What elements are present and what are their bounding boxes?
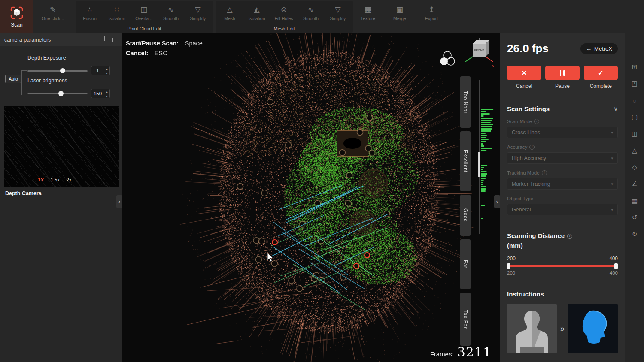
toolbar-button-mesh-simplify[interactable]: ▽ Simplify xyxy=(325,2,351,25)
camera-parameters-header: camera parameters xyxy=(0,33,122,46)
toolbar-button-fill-holes[interactable]: ⊚ Fill Holes xyxy=(270,2,297,25)
range-max-label: 400 xyxy=(609,256,618,262)
range-handle-max[interactable] xyxy=(614,263,618,269)
mesh-icon: △ xyxy=(227,6,232,13)
toolbar-group-mesh-edit: △ Mesh ◭ Isolation ⊚ Fill Holes ∿ Smooth… xyxy=(216,1,353,33)
chevron-down-icon[interactable]: ∨ xyxy=(614,106,618,112)
gauge-label: Too Near xyxy=(462,91,468,114)
toolbar-button-pc-smooth[interactable]: ∿ Smooth xyxy=(158,2,184,25)
export-label: Export xyxy=(425,16,438,21)
scanning-distance-slider[interactable] xyxy=(507,263,618,269)
depth-exposure-value[interactable]: 1 xyxy=(91,68,104,73)
tab-scan[interactable]: Scan xyxy=(0,0,33,33)
step-down-icon[interactable]: ▾ xyxy=(104,71,109,75)
zoom-1x-button[interactable]: 1x xyxy=(38,177,44,183)
cancel-scan-button[interactable]: × xyxy=(507,66,541,80)
lasso-select-icon[interactable]: ◌ xyxy=(629,94,641,106)
color-trackball-icon[interactable] xyxy=(438,50,457,68)
grid-toggle-icon[interactable]: ▦ xyxy=(629,195,641,207)
scan-mode-value: Cross Lines xyxy=(512,130,540,136)
split-view-icon[interactable]: ◫ xyxy=(629,128,641,140)
toolbar-button-texture[interactable]: ▦ Texture xyxy=(355,2,381,25)
info-icon[interactable] xyxy=(567,234,572,239)
gauge-segment-too-near: Too Near xyxy=(460,76,471,128)
zoom-1-5x-button[interactable]: 1.5x xyxy=(51,177,60,182)
simplify-icon: ▽ xyxy=(195,6,200,13)
depth-exposure-slider-knob[interactable] xyxy=(60,68,65,73)
toolbar-button-pc-simplify[interactable]: ▽ Simplify xyxy=(185,2,211,25)
scanned-head-illustration xyxy=(568,304,618,353)
step-up-icon[interactable]: ▴ xyxy=(104,66,109,71)
tracking-mode-select[interactable]: Marker Tracking ▾ xyxy=(507,178,618,190)
step-down-icon[interactable]: ▾ xyxy=(104,94,109,98)
crop-icon[interactable]: ◰ xyxy=(629,78,641,90)
gauge-segment-far: Far xyxy=(460,239,471,289)
statue-illustration xyxy=(507,304,557,353)
hint-cancel-value: ESC xyxy=(155,50,167,57)
toolbar-button-overlap[interactable]: ◫ Overla... xyxy=(131,2,157,25)
measure-angle-icon[interactable]: ∠ xyxy=(629,178,641,190)
accuracy-select[interactable]: High Accuracy ▾ xyxy=(507,152,618,164)
rect-select-icon[interactable]: ▢ xyxy=(629,111,641,123)
toolbar-button-merge[interactable]: ▣ Merge xyxy=(386,2,413,25)
laser-brightness-value-field[interactable]: 150 ▴ ▾ xyxy=(91,89,110,98)
mesh-view-icon[interactable]: △ xyxy=(629,145,641,157)
toolbar-button-mesh[interactable]: △ Mesh xyxy=(216,2,243,25)
scanning-distance-title: Scanning Distance (mm) xyxy=(507,231,618,250)
group-label-mesh-edit: Mesh Edit xyxy=(216,26,353,31)
auto-exposure-button[interactable]: Auto xyxy=(5,75,21,83)
scan-mode-select[interactable]: Cross Lines ▾ xyxy=(507,127,618,138)
redo-icon[interactable]: ↻ xyxy=(629,228,641,240)
group-label-point-cloud-edit: Point Cloud Edit xyxy=(76,26,213,31)
slider-track xyxy=(27,70,88,72)
depth-exposure-value-field[interactable]: 1 ▴ ▾ xyxy=(91,66,110,75)
toolbar-button-pc-isolation[interactable]: ∷ Isolation xyxy=(103,2,130,25)
info-icon[interactable] xyxy=(529,145,535,150)
toolbar-button-mesh-isolation[interactable]: ◭ Isolation xyxy=(243,2,270,25)
laser-brightness-slider[interactable] xyxy=(27,90,88,97)
range-top-labels: 200 400 xyxy=(507,256,618,262)
view-cube[interactable]: FRONT x xyxy=(463,37,495,71)
gauge-label: Excellent xyxy=(462,150,468,172)
toolbar-button-mesh-smooth[interactable]: ∿ Smooth xyxy=(298,2,324,25)
object-type-select[interactable]: General ▾ xyxy=(507,204,618,215)
tab-scan-label: Scan xyxy=(11,22,22,28)
range-bottom-labels: 200 400 xyxy=(507,270,618,275)
dock-window-icon[interactable] xyxy=(112,38,118,42)
undo-icon[interactable]: ↺ xyxy=(629,211,641,223)
gauge-segment-excellent: Excellent xyxy=(460,131,471,191)
merge-label: Merge xyxy=(393,16,406,21)
one-click-icon: ✎ xyxy=(50,6,56,13)
gauge-label: Too Far xyxy=(462,310,468,329)
complete-scan-button[interactable]: ✓ xyxy=(584,66,618,80)
back-to-metrox-button[interactable]: ← MetroX xyxy=(580,43,618,54)
pause-scan-button[interactable] xyxy=(545,66,579,80)
hint-cancel-label: Cancel: xyxy=(126,50,148,57)
info-icon[interactable] xyxy=(534,119,539,124)
preview-zoom-controls: 1x 1.5x 2x xyxy=(38,177,71,183)
toolbar-button-export[interactable]: ↥ Export xyxy=(418,2,445,25)
laser-brightness-slider-knob[interactable] xyxy=(58,91,64,96)
viewport-tool-strip: ⊞ ◰ ◌ ▢ ◫ △ ◇ ∠ ▦ ↺ ↻ xyxy=(625,33,644,362)
step-up-icon[interactable]: ▴ xyxy=(104,89,109,94)
scanning-distance-text: Scanning Distance xyxy=(507,232,565,239)
range-handle-min[interactable] xyxy=(507,263,510,269)
object-type-label: Object Type xyxy=(507,196,533,201)
frames-value: 3211 xyxy=(457,344,492,359)
plane-tool-icon[interactable]: ◇ xyxy=(629,161,641,173)
top-toolbar: Scan ✎ One-click... ∴ Fusion ∷ Isolation… xyxy=(0,0,644,33)
depth-exposure-slider[interactable] xyxy=(27,68,88,74)
toolbar-button-one-click[interactable]: ✎ One-click... xyxy=(39,2,66,25)
3d-viewport-canvas[interactable] xyxy=(122,33,500,362)
accuracy-label: Accuracy xyxy=(507,145,527,150)
laser-brightness-value[interactable]: 150 xyxy=(91,91,104,96)
float-window-icon[interactable] xyxy=(103,38,108,42)
zoom-2x-button[interactable]: 2x xyxy=(67,177,72,182)
right-panel-collapse-button[interactable]: › xyxy=(494,195,500,208)
mesh-isolation-label: Isolation xyxy=(248,16,265,21)
toolbar-button-fusion[interactable]: ∴ Fusion xyxy=(76,2,103,25)
left-panel-collapse-button[interactable]: ‹ xyxy=(116,195,122,208)
info-icon[interactable] xyxy=(542,170,547,175)
gauge-label: Good xyxy=(462,208,468,222)
fit-view-icon[interactable]: ⊞ xyxy=(629,61,641,73)
